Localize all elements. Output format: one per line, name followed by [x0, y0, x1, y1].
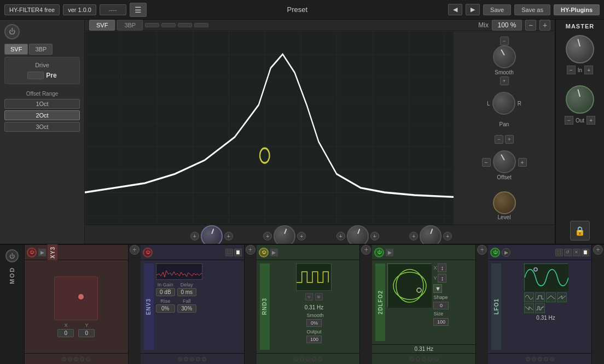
- rnd3-smooth-value[interactable]: 0%: [306, 319, 322, 327]
- ftab-3[interactable]: [145, 23, 159, 27]
- master-in-minus[interactable]: −: [567, 66, 576, 74]
- lfo1-shape-tri[interactable]: [546, 292, 556, 302]
- lfo1-power[interactable]: ⏻: [490, 248, 500, 257]
- offset-2oct-button[interactable]: 2Oct: [4, 110, 80, 120]
- lfo1-shape-rsaw[interactable]: [524, 303, 534, 313]
- 2dlfo2-y-btn[interactable]: ↕: [438, 274, 446, 283]
- env3-rise-value[interactable]: 0%: [156, 304, 175, 313]
- nav-prev-button[interactable]: ◀: [448, 4, 462, 15]
- 2dlfo2-dot-2[interactable]: [416, 357, 420, 361]
- 2dlfo2-shape-value[interactable]: 0: [433, 302, 449, 309]
- offset-plus-btn[interactable]: +: [518, 158, 527, 167]
- filter-tab-3bp[interactable]: 3BP: [29, 44, 53, 55]
- env3-icon-1[interactable]: ⬚: [225, 249, 233, 256]
- env3-fall-value[interactable]: 30%: [177, 304, 196, 313]
- add-mod-after-2dlfo[interactable]: +: [477, 245, 487, 255]
- env3-dot-2[interactable]: [184, 357, 188, 361]
- 2dlfo2-dot-3[interactable]: [422, 357, 426, 361]
- env3-in-gain-value[interactable]: 0 dB: [156, 288, 175, 296]
- mod-power-button[interactable]: ⏻: [5, 249, 19, 262]
- 2dlfo2-power[interactable]: ⏻: [374, 248, 384, 257]
- master-in-plus[interactable]: +: [584, 66, 593, 74]
- brand-button[interactable]: HY-Plugins: [554, 4, 600, 15]
- pan-knob[interactable]: [492, 92, 515, 115]
- lfo1-dot-5[interactable]: [550, 357, 554, 361]
- env3-dot-1[interactable]: [178, 357, 182, 361]
- 2dlfo2-dot-5[interactable]: [434, 357, 438, 361]
- power-button[interactable]: ⏻: [4, 24, 20, 39]
- reso-minus-circle[interactable]: +: [263, 232, 272, 240]
- xy3-y-value[interactable]: 0: [78, 329, 95, 337]
- lfo1-icon-2[interactable]: ↺: [564, 249, 572, 256]
- 2dlfo2-display[interactable]: [387, 263, 431, 307]
- env3-delay-value[interactable]: 0 ms: [177, 288, 196, 296]
- xy3-dot-4[interactable]: [80, 357, 84, 361]
- pan-minus-btn[interactable]: −: [495, 135, 503, 144]
- lfo1-shape-saw[interactable]: [557, 292, 567, 302]
- master-out-knob[interactable]: [566, 85, 594, 114]
- ftab-4[interactable]: [161, 23, 176, 27]
- mix-minus-button[interactable]: −: [525, 20, 536, 31]
- reso-plus-circle[interactable]: +: [297, 232, 306, 240]
- add-mod-after-rnd[interactable]: +: [361, 245, 371, 255]
- rnd3-icon-2[interactable]: ≋: [315, 293, 323, 301]
- lfo1-play-circle[interactable]: ▶: [502, 248, 510, 257]
- cutoff-plus-circle[interactable]: +: [224, 232, 233, 240]
- rnd3-dot-2[interactable]: [300, 357, 304, 361]
- env3-dot-3[interactable]: [190, 357, 194, 361]
- xy3-dot-3[interactable]: [74, 357, 78, 361]
- lfo1-dot-2[interactable]: [532, 357, 536, 361]
- lfo1-shape-sine[interactable]: [524, 292, 534, 302]
- lfo1-shape-square[interactable]: [535, 292, 545, 302]
- env3-dot-4[interactable]: [196, 357, 200, 361]
- lfo1-shape-random[interactable]: [535, 303, 545, 313]
- lfo1-icon-3[interactable]: ✕: [573, 249, 580, 256]
- rnd3-power[interactable]: ⏻: [259, 248, 269, 257]
- smooth-minus-btn[interactable]: −: [500, 37, 509, 45]
- ftab-5[interactable]: [178, 23, 192, 27]
- xy3-pad[interactable]: [54, 277, 98, 320]
- pre-toggle-switch[interactable]: [27, 72, 44, 79]
- rnd3-dot-5[interactable]: [318, 357, 322, 361]
- xy3-x-value[interactable]: 0: [57, 329, 74, 337]
- ftab-6[interactable]: [194, 23, 208, 27]
- morph-minus-circle[interactable]: +: [336, 232, 345, 240]
- rnd3-dot-3[interactable]: [306, 357, 310, 361]
- xy3-dot-1[interactable]: [62, 357, 66, 361]
- mix-plus-button[interactable]: +: [539, 20, 550, 31]
- lfo1-icon-1[interactable]: ⬚: [555, 249, 563, 256]
- 2dlfo2-x-btn[interactable]: ↕: [438, 263, 446, 272]
- smooth-plus-btn[interactable]: +: [500, 77, 509, 85]
- 2dlfo2-size-value[interactable]: 100: [433, 318, 449, 326]
- cutoff-minus-circle[interactable]: +: [190, 232, 199, 240]
- morph-plus-circle[interactable]: +: [370, 232, 379, 240]
- rnd3-play[interactable]: ▶: [270, 249, 278, 256]
- offset-knob[interactable]: [493, 150, 516, 173]
- master-out-minus[interactable]: −: [565, 116, 573, 125]
- lfo1-dot-3[interactable]: [538, 357, 542, 361]
- level-knob[interactable]: [493, 191, 516, 214]
- 2dlfo2-dot-4[interactable]: [428, 357, 432, 361]
- master-in-knob[interactable]: [566, 35, 594, 63]
- nav-next-button[interactable]: ▶: [466, 4, 480, 15]
- env3-dot-5[interactable]: [202, 357, 206, 361]
- rnd3-icon-1[interactable]: ≈: [305, 293, 313, 301]
- 2dlfo2-dropdown[interactable]: ▼: [433, 284, 442, 293]
- lfo1-icon-4[interactable]: 📋: [582, 249, 589, 256]
- filter-tab-svf[interactable]: SVF: [4, 44, 28, 55]
- offset-1oct-button[interactable]: 1Oct: [4, 99, 80, 109]
- drive-minus-circle[interactable]: +: [409, 232, 418, 240]
- add-mod-after-env[interactable]: +: [246, 245, 255, 255]
- rnd3-output-value[interactable]: 100: [306, 336, 322, 343]
- filter-canvas[interactable]: [85, 31, 454, 225]
- rnd3-dot-4[interactable]: [312, 357, 316, 361]
- ftab-3bp[interactable]: 3BP: [117, 20, 143, 31]
- offset-minus-btn[interactable]: −: [482, 158, 491, 167]
- master-out-plus[interactable]: +: [586, 116, 595, 125]
- lfo1-dot-4[interactable]: [544, 357, 548, 361]
- ftab-svf[interactable]: SVF: [89, 20, 115, 31]
- add-mod-after-xy[interactable]: +: [130, 245, 140, 255]
- xy3-dot-2[interactable]: [68, 357, 72, 361]
- env3-power[interactable]: ⏻: [143, 248, 153, 257]
- offset-3oct-button[interactable]: 3Oct: [4, 122, 80, 132]
